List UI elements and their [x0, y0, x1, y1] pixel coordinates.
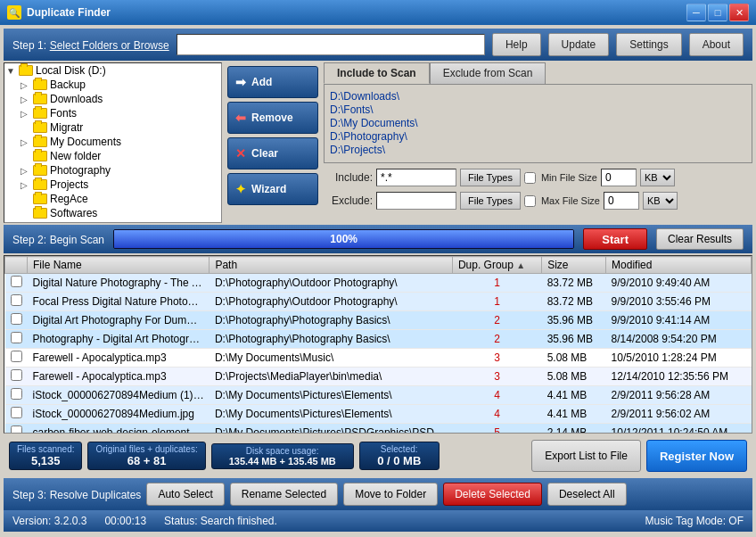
row-checkbox[interactable] [11, 388, 22, 400]
status-text: Status: Search finished. [164, 515, 277, 527]
col-check[interactable] [5, 257, 28, 274]
col-dupgroup[interactable]: Dup. Group ▲ [452, 257, 541, 274]
step3-label: Step 3: Resolve Duplicates [12, 488, 141, 501]
about-button[interactable]: About [689, 33, 744, 56]
row-checkbox-cell[interactable] [5, 424, 28, 434]
tree-item-fonts[interactable]: ▷ Fonts [4, 106, 221, 120]
row-modified: 9/9/2010 9:41:14 AM [606, 311, 752, 330]
export-button[interactable]: Export List to File [531, 440, 641, 472]
min-size-checkbox[interactable] [524, 172, 536, 184]
maximize-button[interactable]: □ [708, 4, 727, 21]
app-title: Duplicate Finder [27, 6, 686, 19]
row-checkbox[interactable] [11, 369, 22, 381]
include-path-3: D:\My Documents\ [330, 117, 746, 129]
row-checkbox[interactable] [11, 425, 22, 434]
step2-bar: Step 2: Begin Scan 100% Start Clear Resu… [4, 225, 752, 253]
include-input[interactable] [376, 169, 456, 186]
max-size-label: Max File Size [541, 195, 600, 206]
stat-originals: Original files + duplicates: 68 + 81 [87, 442, 205, 470]
row-checkbox[interactable] [11, 351, 22, 362]
start-button[interactable]: Start [583, 228, 647, 250]
title-bar: 🔍 Duplicate Finder ─ □ ✕ [0, 0, 756, 25]
row-checkbox[interactable] [11, 294, 22, 306]
tree-item-regace[interactable]: RegAce [4, 192, 221, 206]
row-filename: Digital Nature Photography - The Art [28, 274, 210, 293]
step3-bar: Step 3: Resolve Duplicates Auto Select R… [4, 478, 752, 510]
stat-selected-value: 0 / 0 MB [367, 454, 431, 467]
col-filename[interactable]: File Name [28, 257, 210, 274]
row-checkbox-cell[interactable] [5, 293, 28, 311]
clear-button[interactable]: ✕ Clear [227, 137, 318, 169]
min-size-input[interactable] [601, 169, 637, 186]
row-size: 2.14 MB [542, 424, 606, 434]
clear-results-button[interactable]: Clear Results [656, 228, 744, 250]
row-checkbox-cell[interactable] [5, 386, 28, 405]
close-button[interactable]: ✕ [729, 4, 749, 21]
row-modified: 10/5/2010 1:28:24 PM [606, 349, 752, 368]
row-filename: carbon-fiber-web-design-elements (1) [28, 424, 210, 434]
help-button[interactable]: Help [492, 33, 541, 56]
row-filename: iStock_000006270894Medium (1).jpg [28, 386, 210, 405]
min-size-label: Min File Size [541, 172, 597, 183]
settings-button[interactable]: Settings [616, 33, 681, 56]
tab-include[interactable]: Include to Scan [324, 62, 430, 84]
tab-exclude[interactable]: Exclude from Scan [430, 62, 546, 84]
minimize-button[interactable]: ─ [686, 4, 706, 21]
include-path-1: D:\Downloads\ [330, 90, 746, 103]
auto-select-button[interactable]: Auto Select [146, 483, 224, 506]
row-modified: 9/9/2010 9:49:40 AM [606, 274, 752, 293]
results-table-container[interactable]: File Name Path Dup. Group ▲ Size Modifie… [4, 255, 752, 434]
tree-item-backup[interactable]: ▷ Backup [4, 78, 221, 92]
tree-item-mydocuments[interactable]: ▷ My Documents [4, 135, 221, 149]
rename-selected-button[interactable]: Rename Selected [230, 483, 338, 506]
row-checkbox[interactable] [11, 276, 22, 287]
row-checkbox[interactable] [11, 407, 22, 418]
row-checkbox-cell[interactable] [5, 311, 28, 330]
status-bar: Version: 3.2.0.3 00:00:13 Status: Search… [4, 510, 752, 532]
remove-icon: ⬅ [235, 111, 246, 125]
stat-files-scanned: Files scanned: 5,135 [9, 442, 82, 470]
tree-item-newfolder[interactable]: New folder [4, 149, 221, 163]
row-filename: Digital Art Photography For Dummies. [28, 311, 210, 330]
min-size-unit[interactable]: KB MB [640, 169, 675, 186]
table-row: iStock_000006270894Medium (1).jpg D:\My … [5, 386, 752, 405]
row-checkbox-cell[interactable] [5, 368, 28, 386]
tree-item-photography[interactable]: ▷ Photography [4, 163, 221, 178]
exclude-filter-row: Exclude: File Types Max File Size KB MB [324, 192, 752, 210]
deselect-all-button[interactable]: Deselect All [547, 483, 627, 506]
row-checkbox-cell[interactable] [5, 405, 28, 424]
browse-input[interactable] [177, 34, 485, 55]
tree-item-migratr[interactable]: Migratr [4, 120, 221, 135]
exclude-input[interactable] [376, 192, 456, 210]
wizard-button[interactable]: ✦ Wizard [227, 173, 318, 205]
content-area: ▼ Local Disk (D:) ▷ Backup ▷ Downloads ▷… [4, 62, 752, 223]
col-path[interactable]: Path [210, 257, 453, 274]
remove-button[interactable]: ⬅ Remove [227, 102, 318, 134]
action-panel: ➡ Add ⬅ Remove ✕ Clear ✦ Wizard [224, 62, 322, 223]
max-size-input[interactable] [604, 192, 639, 210]
tree-item-localdisk[interactable]: ▼ Local Disk (D:) [4, 63, 221, 78]
row-checkbox[interactable] [11, 313, 22, 325]
row-checkbox-cell[interactable] [5, 330, 28, 349]
tree-item-projects[interactable]: ▷ Projects [4, 178, 221, 192]
tree-item-softwares[interactable]: Softwares [4, 206, 221, 220]
update-button[interactable]: Update [548, 33, 610, 56]
max-size-unit[interactable]: KB MB [643, 192, 678, 210]
add-button[interactable]: ➡ Add [227, 66, 318, 98]
max-size-checkbox[interactable] [524, 195, 536, 207]
row-filename: Photography - Digital Art Photography [28, 330, 210, 349]
row-checkbox[interactable] [11, 332, 22, 343]
step1-label: Step 1: Select Folders or Browse [12, 38, 169, 52]
tree-item-downloads[interactable]: ▷ Downloads [4, 92, 221, 106]
include-filetypes-button[interactable]: File Types [460, 169, 521, 186]
row-checkbox-cell[interactable] [5, 349, 28, 368]
col-size[interactable]: Size [542, 257, 606, 274]
col-modified[interactable]: Modified [606, 257, 752, 274]
register-button[interactable]: Register Now [646, 440, 747, 472]
move-to-folder-button[interactable]: Move to Folder [343, 483, 438, 506]
row-checkbox-cell[interactable] [5, 274, 28, 293]
delete-selected-button[interactable]: Delete Selected [443, 483, 542, 506]
exclude-filetypes-button[interactable]: File Types [460, 192, 521, 210]
table-row: Digital Nature Photography - The Art D:\… [5, 274, 752, 293]
folder-tree[interactable]: ▼ Local Disk (D:) ▷ Backup ▷ Downloads ▷… [4, 62, 222, 223]
